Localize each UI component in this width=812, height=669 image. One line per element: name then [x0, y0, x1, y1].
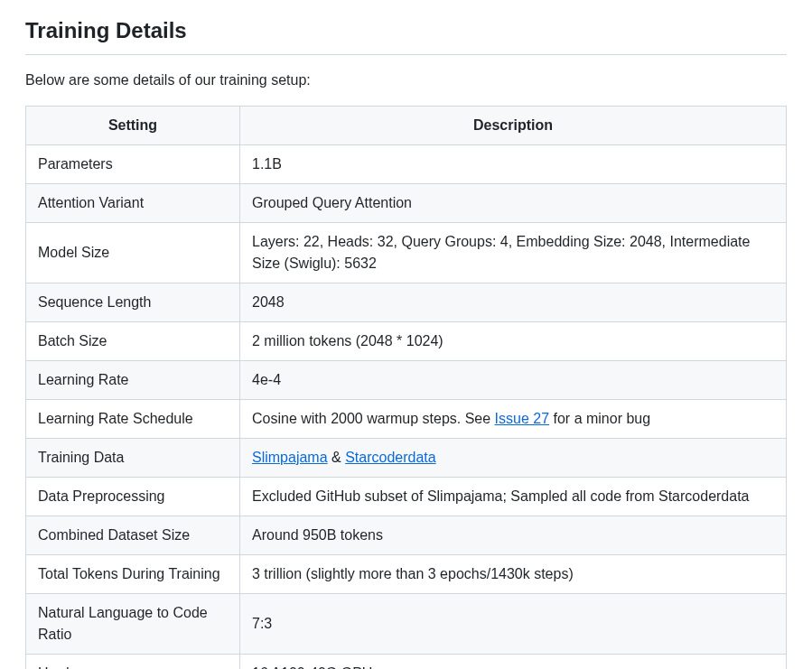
row-description: 4e-4 — [240, 361, 787, 400]
section-heading: Training Details — [25, 14, 787, 55]
table-row: Batch Size 2 million tokens (2048 * 1024… — [26, 322, 787, 361]
row-description: Layers: 22, Heads: 32, Query Groups: 4, … — [240, 223, 787, 283]
table-row: Hardware 16 A100-40G GPUs — [26, 655, 787, 670]
row-setting: Model Size — [26, 223, 240, 283]
row-description: 16 A100-40G GPUs — [240, 655, 787, 670]
row-setting: Batch Size — [26, 322, 240, 361]
row-description: 7:3 — [240, 594, 787, 655]
intro-text: Below are some details of our training s… — [25, 70, 787, 91]
row-description: 3 trillion (slightly more than 3 epochs/… — [240, 555, 787, 594]
table-row: Parameters 1.1B — [26, 145, 787, 184]
row-setting: Parameters — [26, 145, 240, 184]
table-row: Total Tokens During Training 3 trillion … — [26, 555, 787, 594]
row-description: Grouped Query Attention — [240, 184, 787, 223]
row-setting: Data Preprocessing — [26, 478, 240, 516]
training-details-table: Setting Description Parameters 1.1B Atte… — [25, 106, 787, 669]
table-row: Natural Language to Code Ratio 7:3 — [26, 594, 787, 655]
issue-link[interactable]: Issue 27 — [495, 411, 549, 426]
desc-prefix: Cosine with 2000 warmup steps. See — [252, 411, 495, 426]
th-description: Description — [240, 107, 787, 145]
row-description: 1.1B — [240, 145, 787, 184]
row-description: Slimpajama & Starcoderdata — [240, 439, 787, 478]
table-row: Attention Variant Grouped Query Attentio… — [26, 184, 787, 223]
row-setting: Hardware — [26, 655, 240, 670]
desc-suffix: for a minor bug — [549, 411, 650, 426]
row-setting: Sequence Length — [26, 283, 240, 322]
table-row: Sequence Length 2048 — [26, 283, 787, 322]
row-setting: Natural Language to Code Ratio — [26, 594, 240, 655]
row-setting: Combined Dataset Size — [26, 516, 240, 555]
row-setting: Training Data — [26, 439, 240, 478]
row-description: Around 950B tokens — [240, 516, 787, 555]
row-description: 2048 — [240, 283, 787, 322]
starcoderdata-link[interactable]: Starcoderdata — [345, 450, 436, 465]
table-row: Learning Rate 4e-4 — [26, 361, 787, 400]
table-row: Data Preprocessing Excluded GitHub subse… — [26, 478, 787, 516]
table-row: Combined Dataset Size Around 950B tokens — [26, 516, 787, 555]
row-description: 2 million tokens (2048 * 1024) — [240, 322, 787, 361]
slimpajama-link[interactable]: Slimpajama — [252, 450, 328, 465]
link-separator: & — [328, 450, 346, 465]
row-setting: Attention Variant — [26, 184, 240, 223]
row-setting: Learning Rate Schedule — [26, 400, 240, 439]
row-description: Cosine with 2000 warmup steps. See Issue… — [240, 400, 787, 439]
table-row: Learning Rate Schedule Cosine with 2000 … — [26, 400, 787, 439]
table-row: Model Size Layers: 22, Heads: 32, Query … — [26, 223, 787, 283]
table-row: Training Data Slimpajama & Starcoderdata — [26, 439, 787, 478]
row-description: Excluded GitHub subset of Slimpajama; Sa… — [240, 478, 787, 516]
th-setting: Setting — [26, 107, 240, 145]
row-setting: Learning Rate — [26, 361, 240, 400]
row-setting: Total Tokens During Training — [26, 555, 240, 594]
